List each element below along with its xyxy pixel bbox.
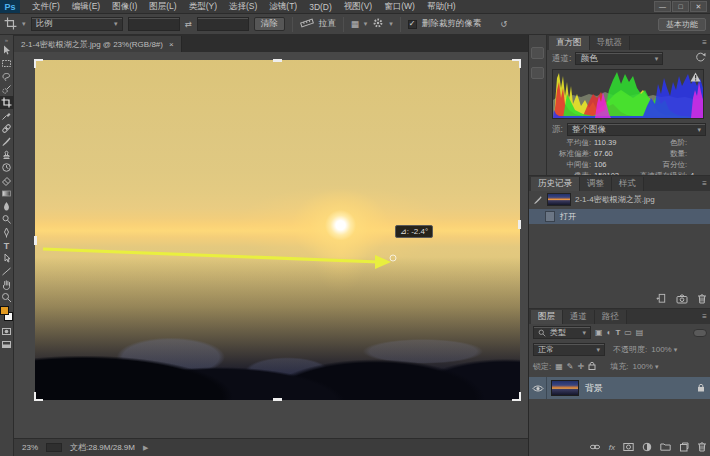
crop-handle-top-left[interactable] (34, 59, 43, 68)
tab-channels[interactable]: 通道 (563, 310, 595, 324)
eyedropper-tool-button[interactable] (0, 109, 14, 122)
add-layer-mask-icon[interactable] (623, 442, 634, 454)
marquee-tool-button[interactable] (0, 57, 14, 70)
channel-select[interactable]: 颜色 ▾ (575, 52, 663, 65)
delete-history-trash-icon[interactable] (697, 293, 707, 306)
history-panel-menu-icon[interactable]: ≡ (702, 179, 707, 188)
filter-toggle-switch[interactable] (693, 329, 707, 337)
zoom-tool-button[interactable] (0, 291, 14, 304)
opacity-value-box[interactable]: 100% ▾ (651, 345, 677, 354)
filter-type-layers-icon[interactable]: T (615, 328, 620, 337)
filter-shape-layers-icon[interactable]: ▭ (624, 328, 632, 337)
lock-transparency-icon[interactable]: ▦ (555, 362, 563, 371)
tab-history[interactable]: 历史记录 (531, 177, 580, 191)
new-layer-icon[interactable] (679, 442, 689, 454)
menu-filter[interactable]: 滤镜(T) (263, 1, 303, 13)
crop-settings-gear-icon[interactable] (372, 17, 384, 31)
path-selection-tool-button[interactable] (0, 252, 14, 265)
tab-navigator[interactable]: 导航器 (590, 36, 631, 50)
lasso-tool-button[interactable] (0, 70, 14, 83)
maximize-button[interactable]: □ (672, 1, 689, 12)
menu-select[interactable]: 选择(S) (223, 1, 263, 13)
collapsed-panel-icon-1[interactable] (531, 47, 544, 59)
screen-mode-button[interactable] (0, 338, 14, 351)
lock-position-icon[interactable]: ✛ (578, 362, 585, 371)
delete-layer-trash-icon[interactable] (697, 441, 707, 454)
lock-paint-icon[interactable]: ✎ (567, 362, 574, 371)
menu-image[interactable]: 图像(I) (106, 1, 143, 13)
layer-filter-select[interactable]: 类型 ▾ (533, 326, 591, 339)
crop-ratio-select[interactable]: 比例 ▾ (31, 17, 123, 31)
history-brush-tool-button[interactable] (0, 161, 14, 174)
layer-style-fx-icon[interactable]: fx (609, 443, 615, 452)
pen-tool-button[interactable] (0, 226, 14, 239)
eraser-tool-button[interactable] (0, 174, 14, 187)
overlay-grid-icon[interactable]: ▦ (351, 19, 359, 29)
collapsed-panel-icon-2[interactable] (531, 67, 544, 79)
filter-pixel-layers-icon[interactable]: ▣ (595, 328, 603, 337)
menu-help[interactable]: 帮助(H) (421, 1, 462, 13)
histogram-panel-menu-icon[interactable]: ≡ (702, 38, 707, 47)
brush-tool-button[interactable] (0, 135, 14, 148)
hand-tool-button[interactable] (0, 278, 14, 291)
quick-selection-tool-button[interactable] (0, 83, 14, 96)
menu-layer[interactable]: 图层(L) (143, 1, 182, 13)
delete-cropped-pixels-checkbox[interactable]: ✓ (408, 20, 417, 29)
line-tool-button[interactable] (0, 265, 14, 278)
crop-handle-bottom-right[interactable] (512, 392, 521, 401)
blend-mode-select[interactable]: 正常 ▾ (533, 343, 605, 356)
clear-button[interactable]: 清除 (254, 17, 285, 31)
history-state-open[interactable]: 打开 (529, 209, 710, 224)
cached-data-warning-icon[interactable] (690, 72, 701, 84)
close-button[interactable]: ✕ (690, 1, 707, 12)
straighten-icon[interactable] (300, 17, 314, 31)
crop-tool-options-icon[interactable] (4, 17, 17, 32)
dodge-tool-button[interactable] (0, 213, 14, 226)
zoom-level[interactable]: 23% (22, 443, 38, 452)
filter-adjustment-layers-icon[interactable]: ◐ (607, 328, 612, 337)
type-tool-button[interactable]: T (0, 239, 14, 252)
layers-panel-menu-icon[interactable]: ≡ (702, 312, 707, 321)
link-layers-icon[interactable] (589, 442, 601, 454)
straighten-label[interactable]: 拉直 (319, 18, 336, 30)
status-menu-arrow-icon[interactable]: ▶ (143, 444, 148, 452)
foreground-color-swatch[interactable] (0, 306, 9, 315)
tab-histogram[interactable]: 直方图 (549, 36, 590, 50)
healing-brush-tool-button[interactable] (0, 122, 14, 135)
canvas-area[interactable]: ⊿: -2.4° (14, 52, 528, 438)
straighten-line[interactable] (43, 249, 379, 262)
toolbar-collapse-icon[interactable]: » (5, 36, 8, 44)
menu-edit[interactable]: 编辑(E) (66, 1, 106, 13)
fill-value-box[interactable]: 100% ▾ (632, 362, 658, 371)
photo-canvas[interactable]: ⊿: -2.4° (35, 60, 520, 400)
crop-height-input[interactable] (197, 17, 249, 31)
crop-handle-right[interactable] (518, 220, 521, 229)
menu-3d[interactable]: 3D(D) (303, 2, 338, 12)
quick-mask-button[interactable] (0, 325, 14, 338)
minimize-button[interactable]: — (654, 1, 671, 12)
reset-crop-icon[interactable]: ↺ (500, 19, 507, 29)
crop-width-input[interactable] (128, 17, 180, 31)
document-tab-close-icon[interactable]: × (169, 40, 174, 49)
move-tool-button[interactable] (0, 44, 14, 57)
tab-styles[interactable]: 样式 (612, 177, 644, 191)
workspace-switcher-button[interactable]: 基本功能 (658, 18, 706, 31)
crop-handle-top[interactable] (273, 59, 282, 62)
new-document-from-state-icon[interactable] (656, 293, 667, 306)
clone-stamp-tool-button[interactable] (0, 148, 14, 161)
refresh-histogram-icon[interactable] (695, 52, 706, 65)
new-group-folder-icon[interactable] (660, 442, 671, 453)
layer-thumbnail[interactable] (551, 380, 579, 396)
tab-paths[interactable]: 路径 (595, 310, 627, 324)
adjustment-layer-icon[interactable] (642, 442, 652, 454)
swap-dimensions-icon[interactable]: ⇄ (185, 19, 192, 29)
gradient-tool-button[interactable] (0, 187, 14, 200)
lock-all-icon[interactable] (588, 361, 596, 372)
menu-type[interactable]: 类型(Y) (183, 1, 223, 13)
document-tab[interactable]: 2-1-4密歇根湖之景.jpg @ 23%(RGB/8#) × (14, 36, 182, 52)
crop-handle-bottom-left[interactable] (34, 392, 43, 401)
menu-window[interactable]: 窗口(W) (378, 1, 421, 13)
crop-handle-bottom[interactable] (273, 398, 282, 401)
background-layer-row[interactable]: 背景 (529, 377, 710, 399)
history-snapshot-row[interactable]: 2-1-4密歇根湖之景.jpg (529, 191, 710, 208)
